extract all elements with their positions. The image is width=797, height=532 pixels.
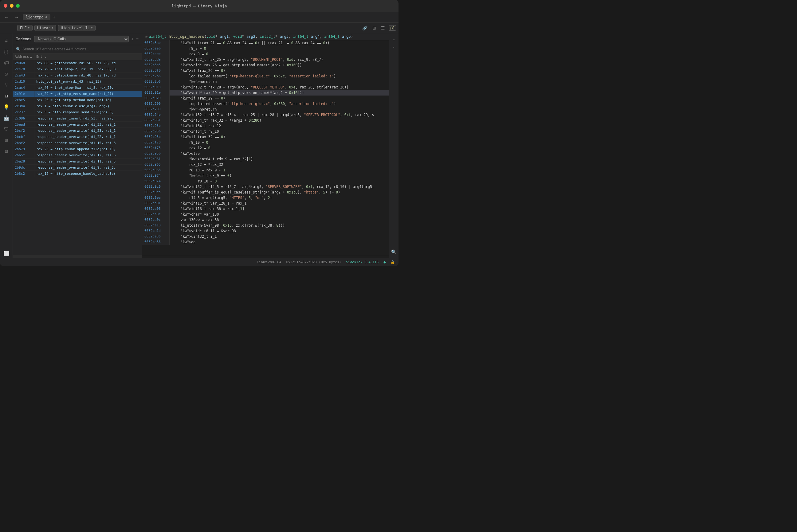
link-icon[interactable]: 🔗	[361, 25, 369, 31]
table-row[interactable]: 2c3d4rax_1 = http_chunk_close(arg1, arg2…	[13, 103, 141, 109]
table-row[interactable]: 2c086response_header_insert(rdi_53, rsi_…	[13, 115, 141, 122]
code-area[interactable]: 0002c8ae "kw">if ((rax_21 == 0 && rax_24…	[142, 40, 389, 255]
search-input[interactable]	[22, 47, 138, 51]
line-code: "kw">if (rdx_9 == 0)	[170, 173, 389, 178]
forward-button[interactable]: →	[13, 14, 20, 21]
line-addr: 0002ca0c	[142, 212, 170, 217]
table-row[interactable]: 2beadresponse_header_overwrite(rdi_33, r…	[13, 122, 141, 128]
table-row[interactable]: 2ba28response_header_overwrite(rdi_11, r…	[13, 158, 141, 165]
tab-lighttpd[interactable]: lighttpd	[23, 14, 51, 20]
line-code: "kw">char* var_130	[170, 212, 389, 217]
row-address: 2bcbf	[13, 134, 34, 140]
line-code: "kw">do	[170, 239, 389, 245]
line-code: "kw">noreturn	[170, 79, 389, 84]
table-row[interactable]: 2cac4rax_46 = inet_ntop(0xa, rsi_8, rdx_…	[13, 85, 141, 91]
add-entry-button[interactable]: +	[131, 37, 134, 41]
sidebar-icon-bulb[interactable]: 💡	[2, 102, 12, 112]
sidebar-icon-robot[interactable]: 🤖	[2, 113, 12, 123]
code-line: 0002c8f0 "kw">if (rax_26 == 0)	[142, 68, 389, 73]
elf-dropdown[interactable]: ELF ▾	[17, 25, 33, 31]
close-button[interactable]	[4, 4, 7, 8]
variables-icon[interactable]: {x}	[389, 25, 396, 31]
row-entry: rax_29 = get_http_version_name(rdi_21)	[34, 91, 141, 97]
code-line: 0002c91e "kw">void* rax_29 = get_http_ve…	[142, 90, 389, 96]
highlevel-dropdown[interactable]: High Level IL ▾	[58, 25, 96, 31]
table-row[interactable]: 2baf2response_header_overwrite(rdi_15, r…	[13, 140, 141, 146]
table-row[interactable]: 2c8e5rax_26 = get_http_method_name(rdi_1…	[13, 97, 141, 103]
line-code: "kw">if (rax_32 == 0)	[170, 134, 389, 140]
elf-arrow-icon: ▾	[28, 26, 30, 30]
right-panel: ⟳ uint64_t http_cgi_headers(void* arg1, …	[142, 33, 389, 258]
sidebar-icon-tag[interactable]: 🏷	[2, 58, 12, 68]
line-code: "kw">void* r8_11 = &var_98	[170, 228, 389, 234]
sidebar-icon-terminal[interactable]: ⬜	[2, 248, 12, 258]
line-addr: 0002ca18	[142, 223, 170, 228]
table-row[interactable]: 2ce43rax_78 = getsockname(rdi_48, rsi_17…	[13, 73, 141, 79]
table-row[interactable]: 2bcbfresponse_header_overwrite(rdi_22, r…	[13, 134, 141, 140]
address-col-header: Address ▲	[13, 54, 34, 60]
table-row[interactable]: 2b8c2rax_12 = http_response_handle_cacha…	[13, 171, 141, 177]
back-button[interactable]: ←	[3, 14, 11, 21]
row-entry: response_header_overwrite(rdi_12, rsi_6	[34, 152, 141, 158]
maximize-button[interactable]	[16, 4, 20, 8]
row-entry: http_cgi_ssl_env(rdi_43, rsi_13)	[34, 79, 141, 84]
line-addr: 0002c91e	[142, 90, 170, 96]
code-line: 0002ca18 li_utostrn(&var_98, 0x16, zx.q(…	[142, 223, 389, 228]
code-line: 0002c968 r8_10 = rdx_9 - 1	[142, 167, 389, 173]
network-io-dropdown[interactable]: Network IO Calls	[34, 36, 129, 42]
row-address: 2c8e5	[13, 97, 34, 103]
row-entry: rax_46 = inet_ntop(0xa, rsi_8, rdx_20,	[34, 85, 141, 91]
code-line: 0002ceeb r8_7 = 0	[142, 46, 389, 51]
right-sidebar-icon-1[interactable]: ≡	[390, 36, 398, 43]
sidebar-icon-grid2[interactable]: ⊟	[2, 146, 12, 156]
panel-menu-button[interactable]: ≡	[136, 37, 138, 41]
line-code: "kw">int64_t* rax_32 = *(arg2 + 0x280)	[170, 118, 389, 123]
menu-icon[interactable]: ☰	[380, 25, 386, 31]
table-row[interactable]: 2d068rax_86 = getsockname(rdi_56, rsi_23…	[13, 60, 141, 66]
table-row[interactable]: 2ce70rax_79 = inet_ntop(2, rsi_19, rdx_3…	[13, 66, 141, 73]
address-range-status: 0x2c91e–0x2c923 (0x5 bytes)	[286, 260, 341, 264]
grid-icon[interactable]: ⊞	[371, 25, 377, 31]
sidebar-icon-table[interactable]: ⊟	[2, 91, 12, 101]
table-row[interactable]: 2ba5fresponse_header_overwrite(rdi_12, r…	[13, 152, 141, 158]
line-addr: 0002c8e5	[142, 62, 170, 68]
row-entry: response_header_overwrite(rdi_22, rsi_1	[34, 134, 141, 140]
minimize-button[interactable]	[10, 4, 14, 8]
table-row[interactable]: 2cd10http_cgi_ssl_env(rdi_43, rsi_13)	[13, 79, 141, 85]
code-line: 0002ceee rcx_9 = 0	[142, 51, 389, 57]
code-hscrollbar[interactable]	[142, 255, 389, 258]
line-addr: 0002c9c0	[142, 184, 170, 190]
panel-hscrollbar[interactable]	[13, 255, 141, 258]
line-code: r8_10 = 0	[170, 140, 389, 145]
table-header: Address ▲ Entry	[13, 54, 141, 60]
line-code: li_utostrn(&var_98, 0x16, zx.q(ror.w(rax…	[170, 223, 389, 228]
line-code: "kw">if (rax_29 == 0)	[170, 96, 389, 101]
code-line: 0002cf73 rcx_12 = 0	[142, 145, 389, 151]
sidebar-icon-hash[interactable]: #	[2, 36, 12, 45]
table-row[interactable]: 2bcf2response_header_overwrite(rdi_23, r…	[13, 128, 141, 134]
right-sidebar-icon-2[interactable]: "	[390, 44, 398, 52]
table-row[interactable]: 2b9dcresponse_header_overwrite(rdi_9, rs…	[13, 165, 141, 171]
sidebar-icon-shield[interactable]: 🛡	[2, 124, 12, 134]
code-line: 0002d2b6 log_failed_assert("http-header-…	[142, 73, 389, 79]
row-entry: rax_86 = getsockname(rdi_56, rsi_23, rd	[34, 60, 141, 66]
sidebar-icon-layers[interactable]: ⊞	[2, 135, 12, 145]
row-address: 2c91e	[13, 91, 34, 97]
line-addr: 0002c8ae	[142, 40, 170, 46]
line-code: "kw">if (buffer_is_equal_caseless_string…	[170, 190, 389, 195]
line-code: log_failed_assert("http-header-glue.c", …	[170, 101, 389, 107]
sidebar-icon-location[interactable]: ◎	[2, 69, 12, 79]
table-row[interactable]: 2c237rax_5 = http_response_send_file(rdi…	[13, 109, 141, 115]
sidebar-icon-branch[interactable]: ⑂	[2, 80, 12, 90]
code-lines: 0002c8ae "kw">if ((rax_21 == 0 && rax_24…	[142, 40, 389, 255]
linear-dropdown[interactable]: Linear ▾	[34, 25, 56, 31]
table-row[interactable]: 2ba79rax_23 = http_chunk_append_file(rdi…	[13, 146, 141, 152]
row-address: 2ce43	[13, 73, 34, 78]
highlevel-label: High Level IL	[61, 26, 90, 30]
sidekick-dot: ●	[383, 260, 385, 264]
search-sidebar-icon[interactable]: 🔍	[390, 248, 398, 255]
sidebar-icon-curly[interactable]: {}	[2, 47, 12, 57]
table-row[interactable]: 2c91erax_29 = get_http_version_name(rdi_…	[13, 91, 141, 97]
code-line: 0002c974 r8_10 = 0	[142, 178, 389, 184]
add-tab-button[interactable]: +	[53, 15, 56, 20]
